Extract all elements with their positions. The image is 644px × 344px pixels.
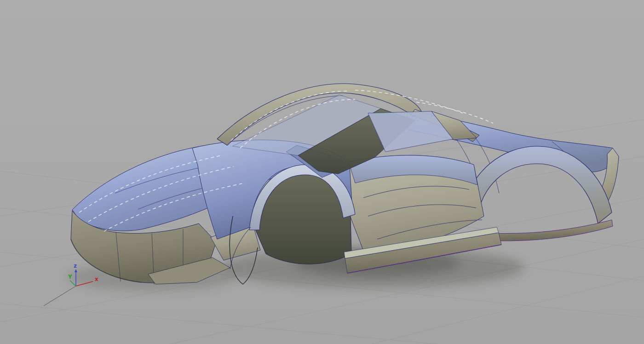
axis-y-label: Y <box>68 274 72 280</box>
3d-viewport[interactable]: z Y x <box>0 0 644 344</box>
axis-x-label: x <box>95 276 98 282</box>
grid-axis-line <box>44 286 76 306</box>
axis-z-label: z <box>74 263 77 269</box>
car-model[interactable] <box>71 84 619 284</box>
cad-viewport-window: z Y x <box>0 0 644 344</box>
